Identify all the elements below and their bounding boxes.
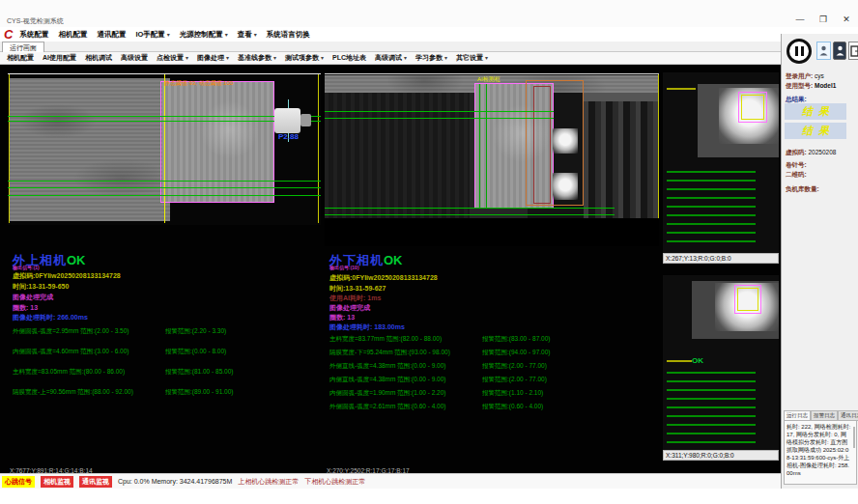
top-border-line (325, 73, 659, 74)
yellow-edge-right (318, 74, 319, 223)
menu-system-config[interactable]: 系统配置 (19, 30, 48, 40)
measurement-row: 隔膜宽度-下=95.24mm 范围:(93.00 - 98.00)报警范围:(9… (329, 349, 637, 357)
login-user-label: 登录用户: (786, 72, 813, 79)
log-tabs: 运行日志 报警日志 通讯日志 (784, 410, 857, 421)
measurement-row: 外侧圆弧-弧度=2.61mm 范围:(0.60 - 4.00)报警范围:(0.6… (329, 403, 637, 411)
image-texture (10, 78, 170, 221)
time-label: 时间:13-31-59-627 (329, 284, 386, 294)
login-user-row: 登录用户: cys (786, 72, 824, 81)
tool-image-processing[interactable]: 图像处理 (197, 53, 229, 63)
menubar: C 系统配置 相机配置 通讯配置 IO手配置 光源控制配置 查看 系统语言切换 (0, 27, 858, 42)
log-scrollbar[interactable] (853, 427, 855, 448)
measurement-row: 主料宽度=83.05mm 范围:(80.00 - 86.00)报警范围:(81.… (13, 368, 320, 377)
log-tab-alarm[interactable]: 报警日志 (811, 410, 838, 421)
comm-monitor-badge[interactable]: 通讯监视 (79, 476, 112, 488)
model-value: Model1 (815, 82, 836, 89)
menu-language-switch[interactable]: 系统语言切换 (267, 30, 310, 40)
virtual-code-row: 虚拟码: 20250208 (786, 149, 836, 157)
bright-feature (553, 173, 578, 200)
connector-object (274, 108, 300, 133)
mini-result-ok-label: OK (692, 356, 703, 365)
stock-count-row: 负机库数量: (786, 185, 819, 194)
ai-box-overlay-label: AI检测框 (477, 75, 500, 84)
tool-advanced-debug[interactable]: 高级调试 (375, 53, 407, 63)
tool-advanced-settings[interactable]: 高级设置 (121, 53, 148, 63)
model-label: 使用型号: (786, 82, 813, 89)
yellow-edge-mid (164, 74, 165, 223)
user-account-button[interactable] (833, 42, 846, 60)
result-ok-label: OK (67, 253, 86, 267)
green-baseline (8, 187, 321, 188)
tool-other-settings[interactable]: 其它设置 (456, 53, 488, 63)
green-baseline (8, 195, 321, 196)
green-baseline (8, 181, 321, 182)
login-user-value: cys (815, 72, 824, 79)
maximize-icon[interactable]: ❐ (817, 14, 829, 25)
camera-view-center: AI检测框 外下相机OK 输出信号:(10) 虚拟码:0FYIiw2025020… (325, 72, 659, 470)
tab-run-screen[interactable]: 运行画面 (2, 42, 44, 52)
measurement-row: 外侧圆弧-弧度=2.95mm 范围:(2.00 - 3.50)报警范围:(2.2… (13, 327, 320, 336)
mini-text-line (667, 360, 692, 362)
menu-io-config[interactable]: IO手配置 (135, 30, 169, 40)
tool-spot-check[interactable]: 点检设置 (157, 53, 188, 63)
menu-view[interactable]: 查看 (238, 30, 257, 40)
measurement-row: 内侧直线-弧度=4.38mm 范围:(0.00 - 9.00)报警范围:(2.0… (329, 376, 637, 384)
result-ok-label: OK (384, 253, 403, 267)
measurement-row: 外侧直线-弧度=4.38mm 范围:(0.00 - 9.00)报警范围:(2.0… (329, 362, 637, 371)
close-icon[interactable]: ✕ (841, 14, 852, 25)
measurement-value: 内侧直线-弧度=4.38mm 范围:(0.00 - 9.00) (329, 376, 482, 384)
process-done-label: 图像处理完成 (13, 293, 53, 302)
measurement-value: 外侧圆弧-弧度=2.61mm 范围:(0.60 - 4.00) (329, 403, 482, 411)
alarm-range: 报警范围:(1.10 - 2.10) (482, 389, 637, 398)
log-tab-comm[interactable]: 通讯日志 (838, 410, 858, 421)
green-baseline (325, 214, 615, 215)
menu-comm-config[interactable]: 通讯配置 (97, 30, 126, 40)
camera-monitor-badge[interactable]: 相机监视 (41, 476, 73, 488)
measurement-value: 内侧圆弧-弧度=1.90mm 范围:(1.00 - 2.20) (329, 389, 482, 398)
mini-measurement-text (667, 171, 756, 246)
pause-icon (801, 46, 804, 56)
camera-view-left: 静态阈值:93, 动态阈值:100 P2.88 外上相机OK 输出信号:(1) … (8, 72, 321, 470)
tool-camera-debug[interactable]: 相机调试 (85, 53, 112, 63)
elapsed-label: 图像处理耗时: 266.00ms (13, 313, 88, 322)
tabstrip: 运行画面 (0, 42, 781, 52)
yellow-edge-left (9, 74, 10, 223)
turns-label: 圈数: 13 (13, 303, 38, 313)
tool-plc-address[interactable]: PLC地址表 (332, 53, 366, 63)
measurement-row: 内侧圆弧-弧度=1.90mm 范围:(1.00 - 2.20)报警范围:(1.1… (329, 389, 637, 398)
green-baseline (325, 111, 554, 112)
threshold-overlay-label: 静态阈值:93, 动态阈值:100 (164, 79, 233, 88)
stock-count-label: 负机库数量: (786, 185, 819, 192)
virtual-code-label: 虚拟码:0FYIiw20250208133134728 (13, 271, 121, 281)
exit-button[interactable] (848, 42, 858, 60)
tool-camera-config[interactable]: 相机配置 (7, 53, 34, 63)
tool-baseline-params[interactable]: 基准线参数 (238, 53, 276, 63)
window-controls: — ❐ ✕ (794, 14, 852, 25)
camera-center-canvas[interactable]: AI检测框 (325, 72, 659, 246)
virtual-code-label: 虚拟码:0FYIiw20250208133134728 (329, 273, 438, 283)
camera-left-canvas[interactable]: 静态阈值:93, 动态阈值:100 P2.88 (8, 72, 321, 225)
menu-light-config[interactable]: 光源控制配置 (180, 30, 228, 40)
alarm-range: 报警范围:(89.00 - 91.00) (165, 388, 320, 397)
ai-elapsed-label: 使用AI耗时: 1ms (329, 294, 381, 303)
tool-ai-usage-config[interactable]: AI使用配置 (43, 53, 76, 63)
tool-learning-params[interactable]: 学习参数 (415, 53, 447, 63)
measurement-value: 隔膜宽度-下=95.24mm 范围:(93.00 - 98.00) (329, 349, 482, 357)
thumbnail-top-canvas[interactable] (663, 72, 779, 253)
machine-structure (584, 93, 659, 218)
thumbnail-bottom-canvas[interactable]: OK (663, 275, 779, 450)
bottom-black (325, 218, 659, 246)
log-tab-run[interactable]: 运行日志 (784, 410, 811, 421)
person-icon (819, 45, 828, 56)
pause-button[interactable] (786, 39, 812, 64)
log-panel: 运行日志 报警日志 通讯日志 耗时: 222, 网络检测耗时: 17, 网络分发… (784, 410, 857, 484)
minimize-icon[interactable]: — (794, 14, 806, 25)
toolbar: 相机配置 AI使用配置 相机调试 高级设置 点检设置 图像处理 基准线参数 测试… (0, 52, 781, 65)
tool-test-params[interactable]: 测试项参数 (285, 53, 324, 63)
output-signal-label: 输出信号:(1) (13, 265, 40, 270)
menu-camera-config[interactable]: 相机配置 (58, 30, 87, 40)
statusbar: 心跳信号 相机监视 通讯监视 Cpu: 0.0% Memory: 3424.41… (0, 473, 781, 489)
measurement-value: 外侧直线-弧度=4.38mm 范围:(0.00 - 9.00) (329, 362, 482, 371)
user-login-button[interactable] (816, 42, 831, 60)
virtual-code-value: 20250208 (808, 149, 836, 155)
